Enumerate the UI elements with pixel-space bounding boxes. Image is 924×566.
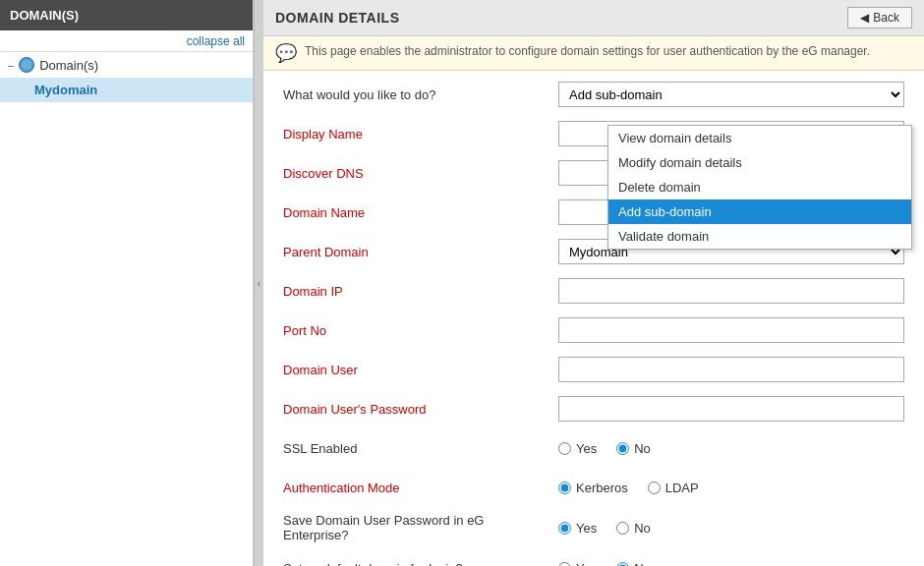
- save-yes-option[interactable]: Yes: [558, 521, 597, 536]
- domain-password-row: Domain User's Password: [283, 395, 904, 423]
- auth-ldap-label: LDAP: [665, 481, 699, 495]
- collapse-all-row: collapse all: [0, 30, 253, 52]
- ssl-yes-label: Yes: [576, 441, 597, 456]
- port-no-row: Port No: [283, 316, 904, 344]
- ssl-radio-group: Yes No: [558, 441, 904, 456]
- tree-root-label: Domain(s): [39, 58, 98, 73]
- ssl-enabled-label: SSL Enabled: [283, 441, 558, 456]
- auth-kerberos-radio[interactable]: [558, 481, 571, 494]
- info-icon: 💬: [275, 44, 297, 62]
- dropdown-modify[interactable]: Modify domain details: [608, 150, 911, 175]
- save-no-label: No: [634, 521, 651, 536]
- discover-dns-label: Discover DNS: [283, 166, 558, 181]
- default-no-radio[interactable]: [616, 562, 629, 567]
- sidebar: DOMAIN(S) collapse all – Domain(s) Mydom…: [0, 0, 254, 566]
- page-title: DOMAIN DETAILS: [275, 10, 400, 26]
- collapse-chevron-icon: ‹: [258, 278, 260, 289]
- default-yes-label: Yes: [576, 561, 597, 567]
- save-password-label: Save Domain User Password in eG Enterpri…: [283, 513, 558, 542]
- default-yes-radio[interactable]: [558, 562, 571, 567]
- domain-user-label: Domain User: [283, 363, 558, 377]
- ssl-enabled-row: SSL Enabled Yes No: [283, 434, 904, 462]
- back-arrow-icon: ◀: [860, 11, 869, 25]
- collapse-all-link[interactable]: collapse all: [187, 34, 245, 48]
- tree-child-item[interactable]: Mydomain: [0, 78, 253, 102]
- what-select[interactable]: View domain detailsModify domain details…: [558, 82, 904, 107]
- port-no-input[interactable]: [558, 317, 904, 343]
- default-domain-radio-group: Yes No: [558, 561, 904, 567]
- info-banner: 💬 This page enables the administrator to…: [263, 36, 924, 71]
- ssl-yes-option[interactable]: Yes: [558, 441, 597, 456]
- domain-user-row: Domain User: [283, 356, 904, 383]
- domain-password-input[interactable]: [558, 396, 904, 422]
- dropdown-delete[interactable]: Delete domain: [608, 175, 911, 199]
- tree-expand-icon[interactable]: –: [8, 59, 14, 71]
- what-row: What would you like to do? View domain d…: [283, 81, 904, 108]
- port-no-label: Port No: [283, 323, 558, 338]
- what-dropdown-overlay: View domain details Modify domain detail…: [607, 125, 912, 250]
- save-yes-radio[interactable]: [558, 522, 571, 535]
- domain-password-label: Domain User's Password: [283, 402, 558, 417]
- save-yes-label: Yes: [576, 521, 597, 536]
- auth-radio-group: Kerberos LDAP: [558, 481, 904, 495]
- display-name-label: Display Name: [283, 127, 558, 142]
- default-no-label: No: [634, 561, 651, 567]
- auth-kerberos-label: Kerberos: [576, 481, 628, 495]
- domain-name-label: Domain Name: [283, 205, 558, 220]
- tree-root-item[interactable]: – Domain(s): [0, 52, 253, 78]
- back-button[interactable]: ◀ Back: [847, 7, 912, 28]
- sidebar-collapse-handle[interactable]: ‹: [254, 0, 263, 566]
- save-no-radio[interactable]: [616, 522, 629, 535]
- dropdown-add-sub[interactable]: Add sub-domain: [608, 199, 911, 224]
- parent-domain-label: Parent Domain: [283, 245, 558, 259]
- save-no-option[interactable]: No: [616, 521, 651, 536]
- sidebar-header: DOMAIN(S): [0, 0, 253, 30]
- form-area: What would you like to do? View domain d…: [263, 71, 924, 566]
- ssl-no-label: No: [634, 441, 651, 456]
- dropdown-view[interactable]: View domain details: [608, 126, 911, 150]
- domain-user-input[interactable]: [558, 357, 904, 382]
- domain-ip-label: Domain IP: [283, 284, 558, 299]
- info-banner-text: This page enables the administrator to c…: [305, 44, 870, 58]
- tree-child-label: Mydomain: [34, 83, 97, 97]
- globe-icon: [19, 57, 34, 73]
- default-domain-label: Set as default domain for login?: [283, 561, 558, 567]
- ssl-yes-radio[interactable]: [558, 442, 571, 455]
- sidebar-title: DOMAIN(S): [10, 8, 79, 23]
- what-label: What would you like to do?: [283, 87, 558, 102]
- ssl-no-option[interactable]: No: [616, 441, 651, 456]
- auth-mode-label: Authentication Mode: [283, 481, 558, 495]
- save-password-radio-group: Yes No: [558, 521, 904, 536]
- main-header: DOMAIN DETAILS ◀ Back: [263, 0, 924, 36]
- auth-ldap-radio[interactable]: [648, 481, 661, 494]
- back-button-label: Back: [873, 11, 899, 25]
- domain-ip-input[interactable]: [558, 278, 904, 304]
- ssl-no-radio[interactable]: [616, 442, 629, 455]
- auth-kerberos-option[interactable]: Kerberos: [558, 481, 628, 495]
- default-domain-row: Set as default domain for login? Yes No: [283, 554, 904, 566]
- domain-ip-row: Domain IP: [283, 277, 904, 305]
- save-password-row: Save Domain User Password in eG Enterpri…: [283, 513, 904, 542]
- auth-ldap-option[interactable]: LDAP: [648, 481, 699, 495]
- auth-mode-row: Authentication Mode Kerberos LDAP: [283, 474, 904, 501]
- default-yes-option[interactable]: Yes: [558, 561, 597, 567]
- dropdown-validate[interactable]: Validate domain: [608, 224, 911, 249]
- main-content: DOMAIN DETAILS ◀ Back 💬 This page enable…: [263, 0, 924, 566]
- default-no-option[interactable]: No: [616, 561, 651, 567]
